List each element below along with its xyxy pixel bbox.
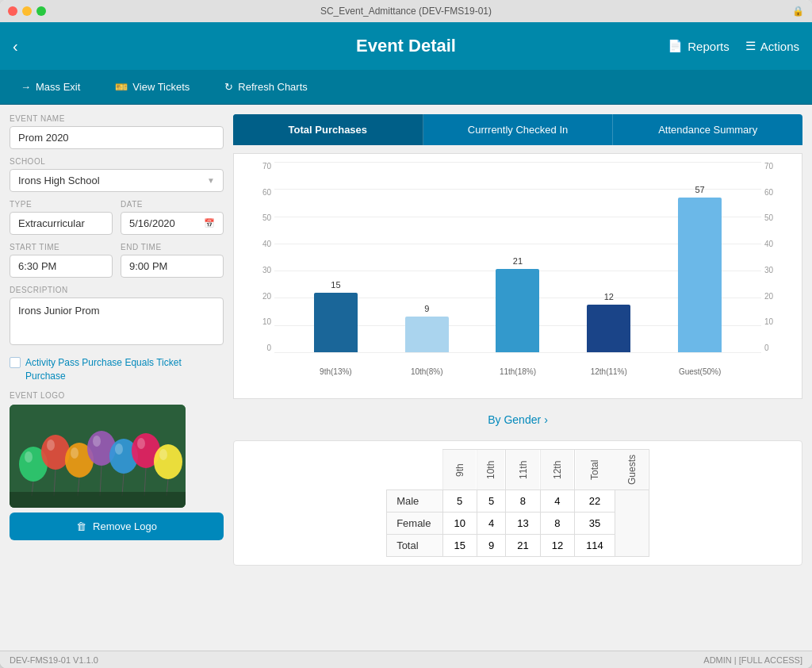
y-axis-right-50: 50 (764, 213, 773, 222)
date-label: DATE (121, 200, 224, 209)
actions-label: Actions (760, 40, 799, 53)
access-text: ADMIN | [FULL ACCESS] (703, 655, 802, 665)
chart-area: 70 60 50 40 30 20 10 0 70 60 50 40 (233, 153, 802, 399)
left-panel: EVENT NAME Prom 2020 SCHOOL Irons High S… (10, 114, 224, 641)
end-time-input[interactable]: 9:00 PM (121, 255, 224, 278)
start-time-input[interactable]: 6:30 PM (10, 255, 113, 278)
svg-point-18 (71, 447, 79, 459)
view-tickets-icon: 🎫 (115, 81, 128, 93)
activity-pass-checkbox[interactable] (10, 357, 21, 368)
mass-exit-button[interactable]: → Mass Exit (13, 76, 88, 98)
school-input[interactable]: Irons High School ▼ (10, 169, 224, 192)
y-axis-0: 0 (266, 344, 271, 352)
date-field: DATE 5/16/2020 📅 (121, 200, 224, 235)
y-axis-50: 50 (262, 213, 271, 222)
bar-11th-bar (496, 269, 539, 352)
event-logo-image (10, 405, 186, 508)
row-label-male: Male (387, 490, 442, 513)
minimize-button[interactable] (22, 6, 32, 16)
type-input[interactable]: Extracurricular (10, 212, 113, 235)
bar-12th: 12 (587, 292, 630, 352)
end-time-label: END TIME (121, 243, 224, 251)
y-axis-30: 30 (262, 266, 271, 274)
reports-button[interactable]: 📄 Reports (668, 39, 730, 53)
bar-10th-value: 9 (424, 304, 429, 313)
type-date-row: TYPE Extracurricular DATE 5/16/2020 📅 (10, 200, 224, 235)
chart-tabs: Total Purchases Currrently Checked In At… (233, 114, 802, 145)
lock-icon: 🔒 (792, 6, 804, 17)
svg-rect-15 (10, 492, 186, 508)
title-bar: SC_Event_Admittance (DEV-FMS19-01) 🔒 (0, 0, 812, 22)
end-time-field: END TIME 9:00 PM (121, 243, 224, 278)
y-axis-60: 60 (262, 188, 271, 197)
bar-label-11th: 11th(18%) (496, 367, 539, 376)
col-9th: 9th (442, 450, 477, 490)
y-axis-10: 10 (262, 317, 271, 326)
date-value: 5/16/2020 (129, 217, 175, 229)
bar-label-12th: 12th(11%) (587, 367, 630, 376)
back-button[interactable]: ‹ (13, 37, 18, 56)
col-12th: 12th (540, 450, 574, 490)
calendar-icon: 📅 (204, 218, 215, 228)
maximize-button[interactable] (36, 6, 46, 16)
svg-point-22 (159, 449, 167, 460)
description-input[interactable]: Irons Junior Prom (10, 298, 224, 345)
by-gender-link[interactable]: By Gender › (488, 413, 548, 426)
svg-point-19 (93, 436, 101, 447)
total-9th: 15 (442, 535, 477, 557)
male-total: 22 (575, 490, 615, 513)
y-axis-right-40: 40 (764, 240, 773, 248)
row-label-female: Female (387, 513, 442, 535)
school-field: SCHOOL Irons High School ▼ (10, 157, 224, 192)
col-10th: 10th (477, 450, 505, 490)
refresh-icon: ↻ (224, 81, 233, 93)
start-time-field: START TIME 6:30 PM (10, 243, 113, 278)
female-total: 35 (575, 513, 615, 535)
col-guests: Guests (615, 450, 649, 490)
time-row: START TIME 6:30 PM END TIME 9:00 PM (10, 243, 224, 278)
view-tickets-label: View Tickets (132, 81, 190, 93)
empty-header (387, 450, 442, 490)
y-axis-right-10: 10 (764, 317, 773, 326)
y-axis-right-70: 70 (764, 162, 773, 171)
version-text: DEV-FMS19-01 V1.1.0 (10, 655, 98, 665)
event-name-field: EVENT NAME Prom 2020 (10, 114, 224, 149)
close-button[interactable] (8, 6, 17, 16)
female-9th: 10 (442, 513, 477, 535)
chevron-down-icon: ▼ (207, 176, 215, 185)
checkbox-label: Activity Pass Purchase Equals Ticket Pur… (25, 356, 224, 383)
male-10th: 5 (477, 490, 505, 513)
svg-point-20 (115, 443, 123, 455)
actions-button[interactable]: ☰ Actions (745, 39, 799, 53)
bar-9th-bar (314, 293, 358, 352)
checkbox-row: Activity Pass Purchase Equals Ticket Pur… (10, 356, 224, 383)
bar-guest-value: 57 (695, 185, 704, 194)
mass-exit-icon: → (21, 81, 31, 93)
refresh-charts-button[interactable]: ↻ Refresh Charts (216, 76, 315, 98)
tab-total-purchases[interactable]: Total Purchases (233, 114, 423, 145)
tab-currently-checked-in[interactable]: Currrently Checked In (423, 114, 614, 145)
chevron-right-icon: › (544, 413, 548, 426)
svg-point-13 (154, 444, 182, 479)
event-name-input[interactable]: Prom 2020 (10, 126, 224, 149)
y-axis-70: 70 (262, 162, 271, 171)
type-field: TYPE Extracurricular (10, 200, 113, 235)
school-label: SCHOOL (10, 157, 224, 166)
svg-point-21 (137, 438, 145, 449)
bar-label-10th: 10th(8%) (405, 367, 449, 376)
footer: DEV-FMS19-01 V1.1.0 ADMIN | [FULL ACCESS… (0, 651, 812, 668)
event-logo-label: EVENT LOGO (10, 391, 224, 400)
bar-label-9th: 9th(13%) (314, 367, 358, 376)
date-input[interactable]: 5/16/2020 📅 (121, 212, 224, 235)
guests-col-cell (615, 490, 649, 557)
tab-attendance-summary[interactable]: Attendance Summary (613, 114, 802, 145)
y-axis-right-60: 60 (764, 188, 773, 197)
bar-guest: 57 (678, 185, 722, 352)
col-11th: 11th (506, 450, 540, 490)
total-total: 114 (575, 535, 615, 557)
remove-logo-button[interactable]: 🗑 Remove Logo (10, 513, 224, 540)
view-tickets-button[interactable]: 🎫 View Tickets (107, 76, 197, 98)
reports-label: Reports (688, 40, 730, 53)
description-label: DESCRIPTION (10, 286, 224, 294)
bar-label-guest: Guest(50%) (678, 367, 722, 376)
